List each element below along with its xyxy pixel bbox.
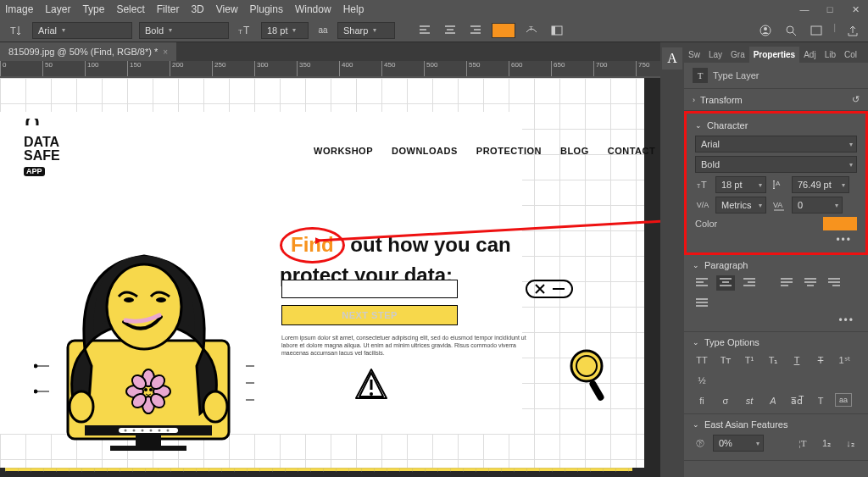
nav-blog[interactable]: BLOG: [560, 146, 589, 156]
svg-rect-13: [110, 446, 186, 451]
para-more-options[interactable]: •••: [693, 314, 860, 326]
toggle-panels-button[interactable]: [548, 21, 566, 40]
svg-point-40: [34, 364, 37, 368]
warp-text-button[interactable]: T: [522, 21, 541, 40]
char-kerning[interactable]: Metrics: [715, 197, 766, 214]
tatechuyoko[interactable]: ¦T: [793, 435, 812, 451]
ligatures-fi[interactable]: fi: [693, 393, 711, 408]
discretionary-lig[interactable]: st: [740, 393, 759, 408]
tab-gradients[interactable]: Gra: [726, 47, 749, 63]
svg-rect-9: [811, 26, 821, 35]
menu-select[interactable]: Select: [116, 3, 144, 15]
tcy-12[interactable]: 1₂: [817, 435, 836, 451]
char-font-size[interactable]: 18 pt: [715, 176, 766, 193]
svg-point-35: [70, 391, 93, 422]
menu-type[interactable]: Type: [82, 3, 104, 15]
leading-icon: A: [771, 177, 787, 192]
reset-icon[interactable]: ↺: [852, 94, 860, 105]
nav-downloads[interactable]: DOWNLOADS: [392, 146, 458, 156]
menu-window[interactable]: Window: [295, 3, 331, 15]
tcy-arrow[interactable]: ↓₂: [841, 435, 860, 451]
glyphs-panel-icon[interactable]: A: [662, 47, 682, 69]
menu-layer[interactable]: Layer: [45, 3, 70, 15]
svg-rect-47: [526, 280, 572, 297]
layer-type-header: T Type Layer: [684, 63, 868, 89]
para-justify-all[interactable]: [693, 296, 711, 311]
font-size-select[interactable]: 18 pt: [261, 22, 309, 39]
ordinals[interactable]: 1ˢᵗ: [835, 352, 854, 368]
char-leading[interactable]: 76.49 pt: [792, 176, 849, 193]
swash[interactable]: A: [764, 393, 782, 408]
font-style-select[interactable]: Bold: [139, 22, 229, 39]
all-caps[interactable]: Tᴛ: [716, 352, 735, 368]
workspace-icon[interactable]: [808, 22, 825, 39]
close-button[interactable]: ✕: [843, 0, 868, 19]
contextual-alt[interactable]: σ: [716, 393, 735, 408]
maximize-button[interactable]: □: [817, 0, 843, 19]
menu-plugins[interactable]: Plugins: [250, 3, 283, 15]
nav-workshop[interactable]: WORKSHOP: [314, 146, 373, 156]
topbar-right: |: [757, 22, 861, 39]
superscript[interactable]: T¹: [740, 352, 759, 368]
tab-libraries[interactable]: Lib: [821, 47, 840, 63]
menu-filter[interactable]: Filter: [157, 3, 180, 15]
char-tracking[interactable]: 0: [792, 197, 843, 214]
para-align-right[interactable]: [740, 275, 759, 291]
stylistic-set[interactable]: aa: [835, 393, 852, 407]
svg-point-41: [34, 390, 37, 393]
tab-adjustments[interactable]: Adj: [799, 47, 820, 63]
site-nav: WORKSHOP DOWNLOADS PROTECTION BLOG CONTA…: [314, 146, 655, 156]
options-bar: T Arial Bold TT 18 pt aa Sharp T: [0, 19, 868, 42]
char-color-swatch[interactable]: [823, 217, 857, 230]
tsume-value[interactable]: 0%: [713, 435, 764, 452]
para-justify-left[interactable]: [777, 275, 796, 291]
para-justify-right[interactable]: [825, 275, 843, 291]
antialias-label: aa: [315, 23, 331, 38]
nav-contact[interactable]: CONTACT: [608, 146, 655, 156]
titling-alt[interactable]: T: [811, 393, 830, 408]
nav-protection[interactable]: PROTECTION: [476, 146, 542, 156]
svg-point-7: [764, 27, 767, 31]
para-justify-center[interactable]: [801, 275, 820, 291]
svg-text:T: T: [529, 25, 533, 32]
para-align-left[interactable]: [693, 275, 711, 291]
menu-image[interactable]: Image: [5, 3, 33, 15]
menu-help[interactable]: Help: [343, 3, 364, 15]
tab-properties[interactable]: Properties: [749, 47, 799, 63]
hacker-illustration: [34, 171, 254, 451]
canvas[interactable]: DATA SAFE APP WORKSHOP DOWNLOADS PROTECT…: [0, 78, 644, 468]
char-more-options[interactable]: •••: [695, 234, 857, 246]
magnifier-icon: [566, 346, 614, 405]
align-center-button[interactable]: [441, 21, 459, 40]
text-color-swatch[interactable]: [492, 23, 515, 38]
share-icon[interactable]: [844, 22, 861, 39]
subscript[interactable]: T₁: [764, 352, 782, 368]
cloud-user-icon[interactable]: [757, 22, 774, 39]
app-menubar: Image Layer Type Select Filter 3D View P…: [0, 0, 868, 19]
char-font-style[interactable]: Bold: [695, 156, 857, 173]
underline[interactable]: T: [787, 352, 806, 368]
tab-color[interactable]: Col: [840, 47, 861, 63]
text-orientation-icon[interactable]: T: [7, 21, 25, 40]
menu-3d[interactable]: 3D: [191, 3, 203, 15]
menu-view[interactable]: View: [216, 3, 238, 15]
transform-section[interactable]: ›Transform ↺: [684, 89, 868, 111]
document-tab[interactable]: 815099.jpg @ 50% (Find, RGB/8*) * ×: [0, 42, 176, 61]
next-step-button-graphic: NEXT STEP: [281, 305, 458, 325]
headline[interactable]: Find out how you can protect your data:: [280, 227, 511, 288]
stylistic-alt[interactable]: a̅d̅: [787, 393, 806, 408]
minimize-button[interactable]: —: [792, 0, 817, 19]
close-tab-icon[interactable]: ×: [163, 47, 168, 57]
para-align-center[interactable]: [716, 275, 735, 291]
search-icon[interactable]: [782, 22, 799, 39]
char-font-family[interactable]: Arial: [695, 136, 857, 153]
strikethrough[interactable]: T: [811, 352, 830, 368]
antialias-select[interactable]: Sharp: [337, 22, 395, 39]
tab-layers[interactable]: Lay: [704, 47, 726, 63]
align-right-button[interactable]: [466, 21, 485, 40]
fractions[interactable]: ½: [693, 373, 711, 388]
align-left-button[interactable]: [415, 21, 434, 40]
font-family-select[interactable]: Arial: [32, 22, 132, 39]
tab-swatches[interactable]: Sw: [684, 47, 704, 63]
faux-bold[interactable]: TT: [693, 352, 711, 368]
